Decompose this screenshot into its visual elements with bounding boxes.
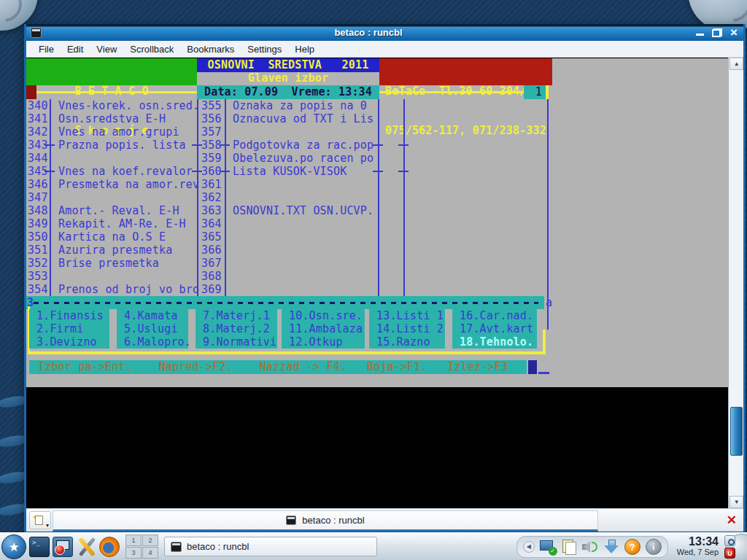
bottom-menu-item[interactable]: 10.Osn.sre. bbox=[289, 309, 365, 322]
menu-number-left: 344 bbox=[28, 152, 48, 165]
menu-label-right: Oznacuva od TXT i Lis bbox=[233, 112, 374, 125]
lock-screen-icon[interactable] bbox=[724, 535, 735, 546]
taskbar-task-button[interactable]: betaco : runcbl bbox=[164, 537, 377, 556]
remote-desktop-launcher-icon[interactable] bbox=[53, 537, 73, 557]
row-marker-block bbox=[26, 85, 36, 99]
menu-row[interactable]: 344 359 Obelezuva.po racen po bbox=[26, 152, 732, 165]
line-tick bbox=[373, 171, 383, 172]
bottom-menu-item[interactable]: 15.Razno bbox=[376, 335, 445, 349]
help-icon[interactable]: ? bbox=[624, 539, 640, 555]
column-line bbox=[225, 99, 226, 296]
bottom-menu-item[interactable]: 14.Listi 2 bbox=[376, 322, 445, 335]
menu-label-right: Lista KUSOK-VISOK bbox=[233, 165, 347, 178]
terminal-launcher-icon[interactable] bbox=[29, 537, 50, 557]
menubar-item[interactable]: Settings bbox=[241, 42, 288, 56]
volume-icon[interactable] bbox=[582, 539, 598, 555]
menu-label-left: Prenos od broj vo bro bbox=[58, 283, 199, 296]
bottom-menu-column[interactable]: 7.Materj.1 8.Materj.2 9.Normativi bbox=[196, 309, 277, 349]
bottom-menu-column[interactable]: 4.Kamata 5.Uslugi 6.Malopro. bbox=[117, 309, 188, 349]
pager-desktop-cell[interactable]: 2 bbox=[142, 534, 158, 546]
minimize-button[interactable] bbox=[695, 28, 705, 37]
bottom-menu-item[interactable]: 11.Ambalaza bbox=[289, 322, 365, 335]
taskbar-clock[interactable]: 13:34 Wed, 7 Sep bbox=[677, 536, 719, 556]
info-icon[interactable]: i bbox=[646, 539, 662, 555]
menu-row[interactable]: 341 Osn.sredstva E-H 356 Oznacuva od TXT… bbox=[26, 112, 732, 125]
bottom-menu-item[interactable]: 16.Car.nad. bbox=[460, 309, 537, 322]
bottom-menu-item[interactable]: 7.Materj.1 bbox=[203, 309, 277, 322]
menu-label-left: Presmetka na amor.rev bbox=[58, 178, 199, 191]
window-titlebar[interactable]: betaco : runcbl × bbox=[26, 24, 743, 41]
menubar-item[interactable]: Edit bbox=[61, 42, 90, 56]
pager-desktop-cell[interactable]: 4 bbox=[142, 547, 158, 559]
clipboard-icon[interactable] bbox=[561, 539, 577, 555]
shutdown-icon[interactable]: U bbox=[724, 548, 735, 559]
menu-label-right: Oznaka za popis na 0 bbox=[233, 99, 367, 112]
bottom-menu-item[interactable]: 1.Finansis bbox=[36, 309, 109, 322]
menu-row[interactable]: 342 Vnes na amor.grupi 357 bbox=[26, 125, 732, 139]
menu-row[interactable]: 354 Prenos od broj vo bro 369 bbox=[26, 283, 732, 296]
bottom-menu-item[interactable]: 18.Tehnolo. bbox=[460, 335, 537, 349]
menu-label-left: Vnes na koef.revalor bbox=[58, 165, 193, 178]
menu-number-right: 358 bbox=[201, 139, 222, 152]
menu-row[interactable]: 346 Presmetka na amor.rev 361 bbox=[26, 178, 732, 191]
task-icon bbox=[171, 542, 182, 552]
menu-number-right: 366 bbox=[201, 244, 222, 257]
menu-label-left: Vnes-korek. osn.sred. bbox=[58, 99, 199, 112]
terminal-scrollbar[interactable]: ▲ ▼ bbox=[728, 58, 743, 508]
pager-desktop-cell[interactable]: 1 bbox=[125, 534, 142, 546]
bottom-menu-column[interactable]: 1.Finansis 2.Firmi 3.Devizno bbox=[29, 309, 109, 349]
bottom-menu-item[interactable]: 5.Uslugi bbox=[124, 322, 188, 335]
menu-row[interactable]: 352 Brise presmetka 367 bbox=[26, 257, 732, 270]
menu-row[interactable]: 353 368 bbox=[26, 270, 732, 283]
kmenu-button[interactable]: ★ bbox=[1, 534, 26, 559]
bottom-menu-column[interactable]: 16.Car.nad. 17.Avt.kart 18.Tehnolo. bbox=[452, 309, 537, 349]
firefox-launcher-icon[interactable] bbox=[99, 537, 120, 557]
column-line bbox=[50, 99, 51, 296]
menubar-item[interactable]: Help bbox=[288, 42, 321, 56]
menu-number-right: 355 bbox=[201, 99, 222, 112]
bottom-menu-column[interactable]: 13.Listi 1 14.Listi 2 15.Razno bbox=[369, 309, 445, 349]
menu-row[interactable]: 340 Vnes-korek. osn.sred. 355 Oznaka za … bbox=[26, 99, 732, 112]
scrollbar-thumb[interactable] bbox=[730, 407, 743, 456]
bottom-menu-item[interactable]: 8.Materj.2 bbox=[203, 322, 277, 335]
display-settings-icon[interactable] bbox=[540, 539, 556, 555]
close-button[interactable]: × bbox=[729, 28, 739, 37]
clock-time: 13:34 bbox=[677, 536, 719, 548]
bottom-menu-item[interactable]: 12.Otkup bbox=[289, 335, 365, 349]
menubar-item[interactable]: View bbox=[90, 42, 123, 56]
tray-collapse-arrow-icon[interactable]: ◀ bbox=[523, 541, 535, 553]
bottom-menu: 1.Finansis 2.Firmi 3.Devizno 4.Kamata 5.… bbox=[26, 309, 551, 349]
menubar-item[interactable]: Scrollback bbox=[123, 42, 180, 56]
menu-label-right: OSNOVNI.TXT OSN.UCVP. bbox=[233, 204, 374, 217]
close-session-icon[interactable]: ✕ bbox=[727, 513, 737, 528]
bottom-menu-item[interactable]: 13.Listi 1 bbox=[376, 309, 445, 322]
pager-desktop-cell[interactable]: 3 bbox=[125, 547, 142, 559]
frame-top-line-right bbox=[379, 91, 524, 93]
window-title: betaco : runcbl bbox=[42, 27, 695, 38]
bottom-menu-item[interactable]: 6.Malopro. bbox=[124, 335, 188, 349]
bottom-menu-item[interactable]: 9.Normativi bbox=[203, 335, 277, 349]
menu-row[interactable]: 351 Azurira presmetka 366 bbox=[26, 244, 732, 257]
bottom-menu-item[interactable]: 2.Firmi bbox=[36, 322, 109, 335]
scroll-up-button[interactable]: ▲ bbox=[729, 58, 743, 70]
new-session-button[interactable]: ✦ ▾ bbox=[29, 511, 51, 529]
bottom-menu-item[interactable]: 4.Kamata bbox=[124, 309, 188, 322]
menubar-item[interactable]: File bbox=[32, 42, 61, 56]
update-download-icon[interactable] bbox=[603, 539, 619, 555]
new-session-page-icon bbox=[35, 516, 43, 525]
menu-row[interactable]: 350 Kartica na O.S E 365 bbox=[26, 230, 732, 244]
bottom-menu-item[interactable]: 17.Avt.kart bbox=[460, 322, 537, 335]
menu-row[interactable]: 348 Amort.- Reval. E-H 363 OSNOVNI.TXT O… bbox=[26, 204, 732, 217]
scroll-down-button[interactable]: ▼ bbox=[729, 496, 743, 508]
menu-row[interactable]: 347 362 bbox=[26, 191, 732, 204]
bottom-menu-item[interactable]: 3.Devizno bbox=[36, 335, 109, 349]
menu-label-left: Amort.- Reval. E-H bbox=[58, 204, 179, 217]
system-tools-launcher-icon[interactable] bbox=[76, 537, 96, 557]
menu-row[interactable]: 349 Rekapit. AM-Re. E-H 364 bbox=[26, 217, 732, 230]
session-tab[interactable]: betaco : runcbl bbox=[53, 510, 598, 532]
terminal-viewport: B E T A C O S k o p j e OSNOVNI SREDSTVA… bbox=[26, 58, 743, 508]
menu-number-left: 340 bbox=[28, 99, 48, 112]
bottom-menu-column[interactable]: 10.Osn.sre. 11.Ambalaza 12.Otkup bbox=[282, 309, 365, 349]
maximize-button[interactable] bbox=[712, 28, 722, 37]
menubar-item[interactable]: Bookmarks bbox=[180, 42, 241, 56]
